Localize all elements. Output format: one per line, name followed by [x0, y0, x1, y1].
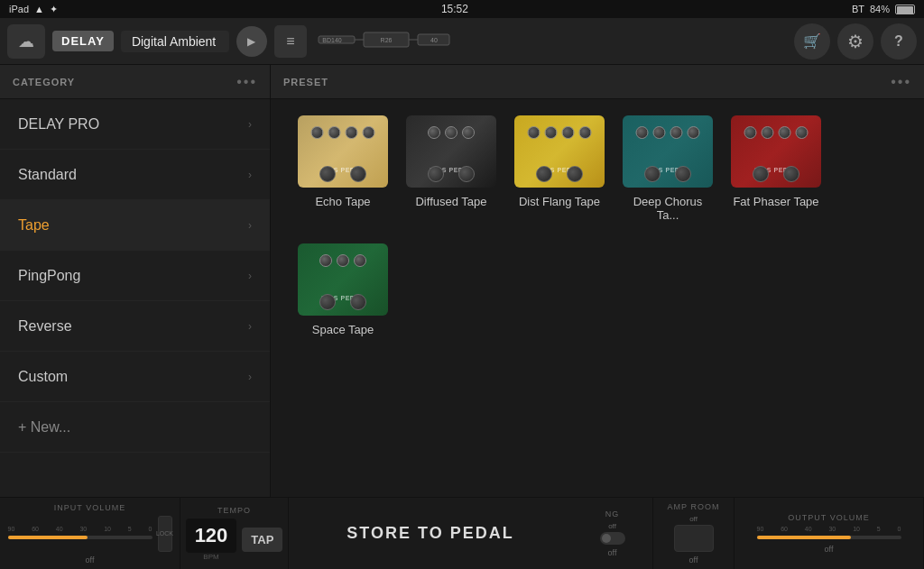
- delay-badge[interactable]: DELAY: [52, 31, 114, 51]
- sidebar-item-reverse[interactable]: Reverse ›: [0, 301, 270, 352]
- preset-panel: PRESET ••• BIAS PEDAL: [271, 65, 924, 497]
- ng-toggle-area: off: [600, 522, 625, 545]
- output-volume-section: OUTPUT VOLUME 906040301050 off: [735, 498, 924, 569]
- settings-button[interactable]: ⚙: [837, 23, 873, 60]
- pedal-knobs: [311, 126, 375, 139]
- sidebar-item-standard[interactable]: Standard ›: [0, 150, 270, 200]
- cloud-button[interactable]: ☁: [7, 24, 45, 59]
- wifi-icon: ▲: [34, 4, 44, 14]
- input-slider-group: 906040301050: [8, 526, 152, 541]
- preset-item-diffused-tape[interactable]: BIAS PEDAL Diffused Tape: [397, 115, 505, 222]
- sidebar-item-custom[interactable]: Custom ›: [0, 352, 270, 402]
- ng-toggle[interactable]: [600, 532, 625, 545]
- knob-1: [311, 126, 324, 139]
- chevron-icon-0: ›: [248, 118, 252, 131]
- ng-section: NG off off: [572, 498, 653, 569]
- sidebar-label-delay-pro: DELAY PRO: [18, 116, 99, 133]
- knob-st3: [354, 254, 366, 267]
- pedal-switch-dl: [428, 166, 444, 182]
- sidebar: CATEGORY ••• DELAY PRO › Standard › Tape…: [0, 65, 271, 497]
- output-volume-label: OUTPUT VOLUME: [788, 513, 869, 522]
- preset-dots-menu[interactable]: •••: [891, 74, 911, 90]
- preset-grid: BIAS PEDAL Echo Tape: [271, 99, 924, 497]
- chevron-icon-1: ›: [248, 169, 252, 181]
- amp-room-display: [674, 525, 714, 552]
- preset-item-fat-phaser[interactable]: BIAS PEDAL Fat Phaser Tape: [722, 115, 830, 222]
- category-label: CATEGORY: [13, 77, 75, 87]
- tempo-value-group: 120 BPM: [186, 519, 237, 561]
- knob-d1: [428, 126, 440, 139]
- sidebar-label-new: + New...: [18, 419, 70, 436]
- help-button[interactable]: ?: [881, 23, 917, 60]
- preset-label-diffused: Diffused Tape: [415, 195, 486, 208]
- input-volume-section: INPUT VOLUME 906040301050 LOCK off: [0, 498, 180, 569]
- help-icon: ?: [894, 33, 903, 50]
- input-slider-track[interactable]: [8, 536, 152, 539]
- pedal-switch-left: [319, 166, 336, 182]
- tap-button[interactable]: TAP: [242, 528, 282, 552]
- sidebar-item-new[interactable]: + New...: [0, 402, 270, 453]
- bottom-bar: INPUT VOLUME 906040301050 LOCK off TEMPO…: [0, 497, 924, 569]
- input-volume-label: INPUT VOLUME: [54, 503, 125, 512]
- pedal-switch-dfr: [567, 166, 583, 182]
- sidebar-item-pingpong[interactable]: PingPong ›: [0, 251, 270, 301]
- preset-label-deepchorus: Deep Chorus Ta...: [621, 195, 715, 222]
- amp-room-off-label: off: [689, 515, 698, 523]
- preset-label-distflang: Dist Flang Tape: [519, 195, 600, 208]
- pedal-switch-dr: [458, 166, 475, 182]
- pedal-switch-stl: [319, 294, 336, 310]
- knob-st2: [337, 254, 349, 267]
- ipad-label: iPad: [9, 4, 29, 14]
- ng-label: NG: [605, 509, 620, 519]
- knob-fp3: [779, 126, 791, 139]
- play-button[interactable]: ▶: [236, 26, 267, 57]
- ng-off-label: off: [608, 522, 616, 530]
- pedal-image-spacetape: BIAS PEDAL: [298, 243, 388, 316]
- preset-item-space-tape[interactable]: BIAS PEDAL Space Tape: [289, 243, 397, 336]
- battery-icon: [895, 5, 915, 14]
- pedal-switch-str: [350, 294, 366, 310]
- preset-item-deep-chorus[interactable]: BIAS PEDAL Deep Chorus Ta...: [614, 115, 722, 222]
- preset-item-dist-flang[interactable]: BIAS PEDAL Dist Flang Tape: [505, 115, 614, 222]
- bpm-label: BPM: [203, 553, 218, 561]
- cart-button[interactable]: 🛒: [794, 23, 830, 60]
- knob-df1: [528, 126, 541, 139]
- pedal-switch-dcr: [675, 166, 691, 182]
- play-icon: ▶: [247, 35, 255, 48]
- knob-4: [363, 126, 375, 139]
- pedal-image-deepchorus: BIAS PEDAL: [623, 115, 713, 188]
- sidebar-item-tape[interactable]: Tape ›: [0, 200, 270, 251]
- knob-3: [346, 126, 358, 139]
- store-to-pedal-section: STORE TO PEDAL: [289, 498, 572, 569]
- amp-room-section: AMP ROOM off off: [653, 498, 735, 569]
- preset-label-fatphaser: Fat Phaser Tape: [733, 195, 818, 208]
- svg-text:R26: R26: [380, 37, 392, 43]
- output-slider-track[interactable]: [757, 536, 901, 539]
- top-toolbar: ☁ DELAY Digital Ambient ▶ ≡ BD140 R26 40…: [0, 18, 924, 65]
- chevron-icon-5: ›: [248, 371, 252, 383]
- knob-dc1: [636, 126, 649, 139]
- knob-df4: [579, 126, 592, 139]
- category-dots-menu[interactable]: •••: [236, 74, 257, 90]
- knob-dc2: [653, 126, 666, 139]
- menu-button[interactable]: ≡: [274, 25, 307, 58]
- preset-label-spacetape: Space Tape: [312, 323, 374, 336]
- knob-d3: [462, 126, 475, 139]
- tempo-display: 120 BPM TAP: [186, 519, 283, 561]
- sidebar-item-delay-pro[interactable]: DELAY PRO ›: [0, 99, 270, 150]
- svg-text:40: 40: [430, 37, 438, 43]
- preset-row-2: BIAS PEDAL Space Tape: [289, 243, 906, 336]
- pedal-knobs-spacetape: [319, 254, 366, 267]
- preset-label-echo: Echo Tape: [315, 195, 370, 208]
- preset-item-echo-tape[interactable]: BIAS PEDAL Echo Tape: [289, 115, 397, 222]
- pedal-switch-dfl: [536, 166, 552, 182]
- bluetooth-icon: ✦: [50, 4, 58, 15]
- status-left: iPad ▲ ✦: [9, 4, 58, 15]
- sidebar-label-tape: Tape: [18, 217, 50, 234]
- preset-label: PRESET: [283, 77, 328, 87]
- ng-off-bottom: off: [608, 548, 617, 557]
- pedal-image-fatphaser: BIAS PEDAL: [731, 115, 821, 188]
- store-to-pedal-button[interactable]: STORE TO PEDAL: [346, 524, 513, 543]
- knob-fp4: [796, 126, 808, 139]
- lock-indicator: LOCK: [158, 516, 172, 552]
